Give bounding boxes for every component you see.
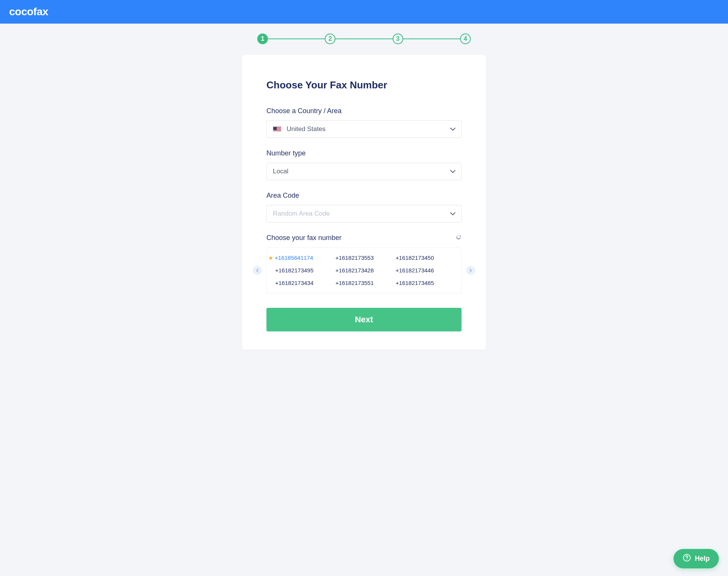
refresh-icon[interactable] [455,234,462,242]
numbers-box: ★+16185641174+16182173553+16182173450+16… [266,247,462,293]
country-value: United States [287,125,326,133]
fax-number-option[interactable]: +16182173434 [275,280,332,286]
area-code-placeholder: Random Area Code [273,210,330,218]
fax-number-option[interactable]: +16182173553 [335,254,393,261]
number-type-label: Number type [266,149,462,157]
step-4: 4 [460,34,471,44]
numbers-label: Choose your fax number [266,234,342,242]
number-type-select[interactable]: Local [266,163,462,180]
help-icon [683,554,691,564]
step-line [403,38,460,39]
number-type-value: Local [273,168,289,175]
area-code-select[interactable]: Random Area Code [266,205,462,222]
help-button[interactable]: Help [673,549,719,568]
numbers-next-button[interactable] [466,266,475,275]
star-icon: ★ [268,255,273,261]
step-1: 1 [257,34,268,44]
brand-logo: cocofax [9,6,48,18]
app-header: cocofax [0,0,728,24]
step-line [268,38,325,39]
svg-point-1 [686,559,687,560]
step-3: 3 [393,34,403,44]
numbers-prev-button[interactable] [253,266,262,275]
country-label: Choose a Country / Area [266,107,462,115]
fax-number-option[interactable]: +16182173495 [275,267,332,274]
step-line [335,38,392,39]
progress-stepper: 1 2 3 4 [257,34,471,44]
fax-number-option[interactable]: +16182173485 [396,280,453,286]
fax-number-option[interactable]: ★+16185641174 [275,254,332,261]
fax-number-option[interactable]: +16182173551 [335,280,393,286]
fax-number-option[interactable]: +16182173446 [396,267,453,274]
fax-number-option[interactable]: +16182173450 [396,254,453,261]
fax-number-option[interactable]: +16182173428 [335,267,393,274]
us-flag-icon [273,126,281,132]
help-label: Help [695,555,710,563]
page-title: Choose Your Fax Number [266,79,462,91]
form-card: Choose Your Fax Number Choose a Country … [242,55,486,350]
area-code-label: Area Code [266,192,462,200]
country-select[interactable]: United States [266,120,462,138]
step-2: 2 [325,34,335,44]
next-button[interactable]: Next [266,308,462,331]
